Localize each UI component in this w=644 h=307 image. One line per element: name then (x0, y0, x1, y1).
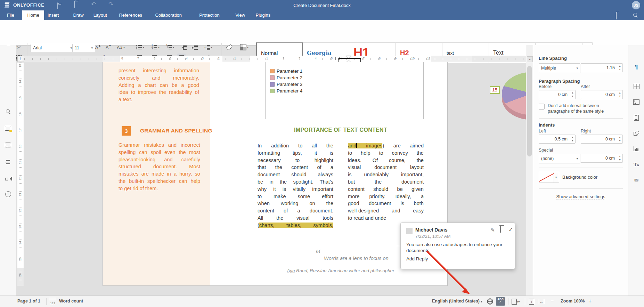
line-spacing-select[interactable]: Multiple▾ (539, 63, 580, 73)
ruler-number: 3 (202, 57, 204, 60)
spacing-after-input[interactable]: 0 cm ▲▼ (581, 90, 623, 99)
change-case-button[interactable]: Aa▾ (115, 43, 125, 51)
vertical-ruler[interactable]: 1314151617181920212223242526 (17, 63, 24, 286)
ruler-number: 2 (218, 57, 220, 60)
ruler-number: 18 (18, 144, 22, 148)
tab-draw[interactable]: Draw (68, 10, 88, 20)
decrement-font-size-button[interactable]: A▼ (104, 43, 113, 51)
tab-plugins[interactable]: Plugins (251, 10, 276, 20)
zoom-out-button[interactable]: − (551, 298, 554, 304)
interval-checkbox[interactable] (539, 104, 545, 110)
tab-stop-selector[interactable]: L (17, 56, 24, 62)
shape-settings-button[interactable] (632, 129, 641, 138)
tab-protection[interactable]: Protection (194, 10, 225, 20)
print-button[interactable] (74, 1, 75, 8)
mail-merge-settings-button[interactable]: ✉ (632, 176, 641, 185)
image-settings-button[interactable] (632, 97, 641, 106)
edit-comment-button[interactable]: ✎ (490, 227, 495, 233)
text-art-settings-button[interactable]: Ta (632, 160, 641, 169)
intro-paragraph[interactable]: present interesting informationconcisely… (119, 67, 199, 103)
spinner-arrows-icon[interactable]: ▲▼ (619, 155, 621, 162)
spacing-before-input[interactable]: 0 cm ▲▼ (539, 90, 576, 99)
scroll-up-button[interactable]: ▲ (527, 56, 533, 62)
undo-button[interactable]: ↶ (91, 1, 96, 8)
grammar-paragraph[interactable]: Grammar mistakes and incorrectspelling c… (119, 142, 200, 192)
word-count-button[interactable]: 123 (49, 297, 56, 305)
spinner-arrows-icon[interactable]: ▲▼ (571, 136, 574, 143)
fit-page-button[interactable]: ↕ (529, 299, 534, 305)
chat-icon: ··· (5, 143, 11, 147)
about-sidebar-button[interactable]: i (3, 189, 13, 199)
spinner-arrows-icon[interactable]: ▲▼ (571, 91, 574, 98)
line-spacing-button[interactable]: ↕▾ (203, 43, 213, 51)
tab-file[interactable]: File (2, 10, 19, 20)
save-button[interactable] (57, 3, 58, 9)
advanced-settings-link[interactable]: Show advanced settings (533, 194, 628, 199)
special-amount-input[interactable]: 0 cm ▲▼ (581, 154, 623, 163)
set-language-button[interactable] (487, 298, 494, 306)
increment-font-size-button[interactable]: A▲ (94, 43, 102, 51)
navigation-sidebar-button[interactable] (3, 157, 13, 167)
numbering-button[interactable]: 123▾ (150, 43, 160, 51)
text-column-1[interactable]: In addition to all theformatting tips, i… (258, 142, 333, 229)
spinner-arrows-icon[interactable]: ▲▼ (619, 91, 621, 98)
text-column-2[interactable]: and images) are aimedto help to convey t… (348, 142, 424, 222)
chat-sidebar-button[interactable]: ··· (3, 140, 13, 150)
bullets-button[interactable]: ▾ (135, 43, 145, 51)
delete-comment-button[interactable] (500, 226, 501, 233)
special-select[interactable]: (none)▾ (539, 154, 580, 163)
add-reply-link[interactable]: Add Reply (406, 256, 428, 261)
pie-chart-frame[interactable]: Parameter 1Parameter 2Parameter 3Paramet… (265, 62, 424, 119)
increase-indent-button[interactable] (190, 43, 199, 51)
table-settings-button[interactable] (632, 82, 641, 91)
decrease-indent-button[interactable] (179, 43, 188, 51)
interval-checkbox-label[interactable]: Don't add interval between paragraphs of… (548, 103, 621, 114)
comments-sidebar-button[interactable] (3, 124, 13, 133)
multilevel-list-button[interactable]: 1i▾ (165, 43, 175, 51)
header-footer-settings-button[interactable] (632, 113, 641, 122)
resolve-comment-button[interactable]: ✓ (508, 226, 513, 233)
indent-left-input[interactable]: 0.5 cm ▲▼ (539, 135, 576, 144)
track-changes-button[interactable]: ▾ (512, 299, 520, 305)
scrollbar-thumb[interactable] (527, 66, 532, 156)
tab-stop-marker[interactable] (333, 57, 336, 60)
background-color-dropdown[interactable]: ▾ (553, 172, 559, 183)
font-size-select[interactable]: 11▾ (72, 44, 95, 52)
quote-attribution[interactable]: Ayn Rand, Russian-American writer and ph… (258, 268, 424, 273)
user-avatar[interactable]: JS (632, 1, 640, 9)
background-color-swatch[interactable] (539, 172, 554, 183)
word-count-label[interactable]: Word count (59, 299, 83, 304)
quote-text[interactable]: Words are a lens to focus on (324, 256, 389, 261)
font-name-select[interactable]: Arial▾ (31, 44, 74, 52)
document-scrollbar[interactable]: ▲ (526, 45, 533, 296)
line-spacing-amount-input[interactable]: 1.15 ▲▼ (581, 63, 623, 72)
paragraph-settings-button[interactable]: ¶ (632, 63, 641, 72)
tab-view[interactable]: View (230, 10, 250, 20)
section-heading[interactable]: GRAMMAR AND SPELLING (140, 128, 212, 134)
open-file-location-button[interactable] (616, 13, 617, 19)
importance-heading[interactable]: IMPORTANCE OF TEXT CONTENT (258, 127, 424, 133)
fit-width-button[interactable]: ↔ (539, 299, 544, 304)
tab-home[interactable]: Home (22, 10, 44, 20)
clear-style-button[interactable] (225, 43, 234, 51)
text-line: to make some effort (258, 193, 333, 200)
indent-right-input[interactable]: 0 cm ▲▼ (581, 135, 623, 144)
attribution-link[interactable]: Ayn (287, 268, 295, 273)
document-page[interactable]: present interesting informationconcisely… (103, 62, 448, 286)
tab-insert[interactable]: Insert (43, 10, 64, 20)
legend-label: Parameter 3 (277, 82, 302, 87)
tab-references[interactable]: References (114, 10, 147, 20)
color-scheme-button[interactable]: ▾ (239, 43, 249, 51)
tab-layout[interactable]: Layout (89, 10, 112, 20)
horizontal-ruler[interactable]: 87654321123457891011 (24, 56, 526, 62)
search-sidebar-button[interactable] (3, 107, 13, 116)
tab-collaboration[interactable]: Collaboration (150, 10, 187, 20)
spinner-arrows-icon[interactable]: ▲▼ (619, 136, 621, 143)
redo-button[interactable]: ↷ (108, 1, 113, 8)
language-selector[interactable]: English (United States) ▾ (432, 299, 482, 304)
feedback-sidebar-button[interactable] (3, 174, 13, 183)
spinner-arrows-icon[interactable]: ▲▼ (619, 64, 621, 71)
chart-settings-button[interactable] (632, 144, 641, 153)
zoom-in-button[interactable]: + (588, 298, 592, 304)
spellcheck-toggle[interactable]: ABC✓ (496, 297, 505, 306)
